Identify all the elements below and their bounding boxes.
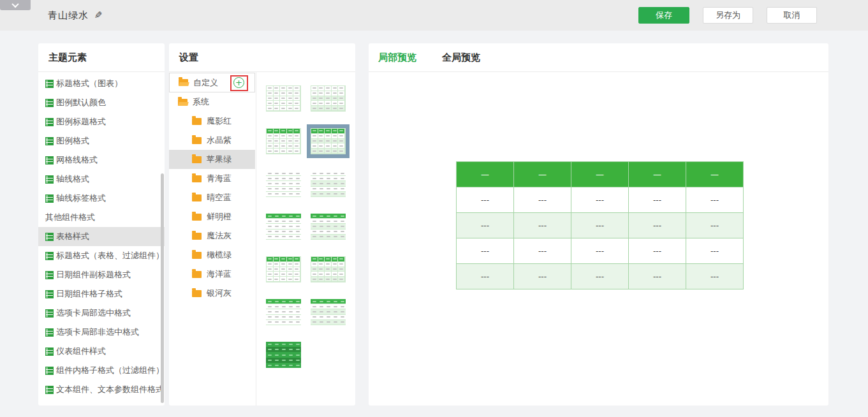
thumb-dash <box>319 140 323 142</box>
thumb-dash <box>289 193 293 194</box>
theme-element-item[interactable]: 日期组件格子格式 <box>38 284 165 304</box>
theme-element-item[interactable]: 图例标题格式 <box>38 112 165 131</box>
thumb-dash <box>268 135 272 136</box>
thumb-cell <box>273 219 280 223</box>
thumb-dash <box>268 344 272 345</box>
theme-element-item[interactable]: 轴线格式 <box>38 170 165 189</box>
thumb-cell <box>325 230 332 234</box>
style-thumbnail-dark-green[interactable] <box>262 338 305 372</box>
thumb-dash <box>334 306 337 307</box>
folder-item[interactable]: 魔法灰 <box>169 226 255 245</box>
theme-list-scrollbar[interactable] <box>161 173 164 403</box>
thumb-dash <box>339 103 343 104</box>
theme-element-item[interactable]: 图例默认颜色 <box>38 93 165 112</box>
thumb-cell <box>332 257 339 262</box>
thumb-dash <box>281 274 285 275</box>
thumb-dash <box>327 221 330 222</box>
thumb-cell <box>273 352 280 357</box>
thumb-row <box>267 129 300 134</box>
thumb-dash <box>326 268 330 270</box>
cancel-button[interactable]: 取消 <box>767 7 817 24</box>
folder-item[interactable]: 系统 <box>169 92 255 112</box>
theme-element-item[interactable]: 组件内格子格式（过滤组件） <box>38 361 165 380</box>
thumb-dash <box>313 231 316 232</box>
style-thumbnail-plain-grid[interactable] <box>262 82 305 115</box>
thumb-row <box>267 134 300 139</box>
preview-body-cell: --- <box>457 264 514 289</box>
preview-body-cell: --- <box>514 187 571 213</box>
thumb-row <box>311 230 346 235</box>
thumb-dash <box>296 226 300 227</box>
folder-label: 晴空蓝 <box>207 192 232 203</box>
table-style-icon <box>45 367 54 375</box>
save-button[interactable]: 保存 <box>638 7 689 24</box>
style-thumbnail-header-striped-hlines-2[interactable] <box>307 295 349 329</box>
theme-element-item[interactable]: 网格线格式 <box>38 150 165 170</box>
thumb-cell <box>267 143 274 149</box>
style-thumbnail-header-striped-grid-2[interactable] <box>307 252 349 286</box>
collapse-tab[interactable] <box>0 0 31 10</box>
thumb-cell <box>338 139 345 144</box>
thumb-cell <box>273 299 280 304</box>
theme-element-item[interactable]: 标题格式（表格、过滤组件） <box>38 246 165 265</box>
thumb-dash <box>334 183 337 184</box>
style-thumbnail-header-hlines-2[interactable] <box>262 295 305 329</box>
thumb-cell <box>325 219 332 223</box>
folder-item[interactable]: 苹果绿 <box>169 150 255 169</box>
preview-body-cell: --- <box>629 264 686 289</box>
folder-icon <box>192 156 202 163</box>
thumbnail-mini-table <box>311 256 346 282</box>
thumb-cell <box>273 358 280 363</box>
folder-item[interactable]: 自定义+ <box>169 73 255 92</box>
theme-element-item[interactable]: 表格样式 <box>38 227 165 246</box>
thumb-cell <box>325 129 332 134</box>
theme-element-item[interactable]: 选项卡局部选中格式 <box>38 304 165 323</box>
style-thumbnail-striped-grid[interactable] <box>307 82 349 115</box>
style-thumbnail-header-striped-grid[interactable] <box>307 124 349 158</box>
theme-element-item[interactable]: 文本组件、文本参数组件格式 <box>38 380 165 399</box>
folder-item[interactable]: 晴空蓝 <box>169 188 255 207</box>
thumb-dash <box>320 316 323 318</box>
thumb-row <box>311 315 346 320</box>
thumb-cell <box>311 86 318 91</box>
style-thumbnail-header-grid[interactable] <box>262 124 305 158</box>
theme-elements-panel: 主题元素 标题格式（图表）图例默认颜色图例标题格式图例格式网格线格式轴线格式轴线… <box>38 43 165 406</box>
thumb-dash <box>320 301 323 302</box>
thumb-row <box>311 277 345 282</box>
thumb-cell <box>294 235 301 239</box>
thumb-dash <box>289 173 293 174</box>
preview-tab-local[interactable]: 局部预览 <box>378 52 416 64</box>
folder-item[interactable]: 魔影红 <box>169 112 255 131</box>
thumb-dash <box>313 150 316 152</box>
style-thumbnail-header-hlines[interactable] <box>262 210 305 244</box>
style-thumbnail-header-grid-2[interactable] <box>262 252 305 286</box>
theme-element-item[interactable]: 标题格式（图表） <box>38 74 165 93</box>
folder-item[interactable]: 鲜明橙 <box>169 207 255 226</box>
style-thumbnail-header-striped-hlines[interactable] <box>307 210 349 244</box>
thumb-cell <box>332 299 339 304</box>
thumb-cell <box>267 149 274 154</box>
add-theme-button[interactable]: + <box>233 77 244 88</box>
folder-item[interactable]: 水晶紫 <box>169 131 255 150</box>
theme-element-item[interactable]: 其他组件格式 <box>38 208 165 227</box>
thumb-row <box>266 224 301 229</box>
style-thumbnail-striped-hlines[interactable] <box>307 167 349 201</box>
theme-element-item[interactable]: 图例格式 <box>38 131 165 150</box>
thumb-dash <box>282 193 286 194</box>
thumb-cell <box>294 299 301 304</box>
folder-item[interactable]: 海洋蓝 <box>169 265 255 284</box>
folder-item[interactable]: 银河灰 <box>169 284 255 303</box>
folder-item[interactable]: 青海蓝 <box>169 169 255 188</box>
theme-element-item[interactable]: 选项卡局部非选中格式 <box>38 323 165 342</box>
preview-tab-global[interactable]: 全局预览 <box>442 52 480 64</box>
thumb-dash <box>275 231 279 232</box>
style-thumbnail-plain-hlines[interactable] <box>262 167 305 201</box>
theme-element-item[interactable]: 轴线标签格式 <box>38 189 165 208</box>
save-as-button[interactable]: 另存为 <box>703 7 753 24</box>
folder-item[interactable]: 橄榄绿 <box>169 245 255 265</box>
thumb-cell <box>287 342 294 347</box>
pencil-icon[interactable]: ✎ <box>94 10 103 21</box>
theme-element-item[interactable]: 仪表组件样式 <box>38 342 165 361</box>
theme-element-item[interactable]: 日期组件副标题格式 <box>38 265 165 284</box>
preview-body-cell: --- <box>686 264 744 289</box>
